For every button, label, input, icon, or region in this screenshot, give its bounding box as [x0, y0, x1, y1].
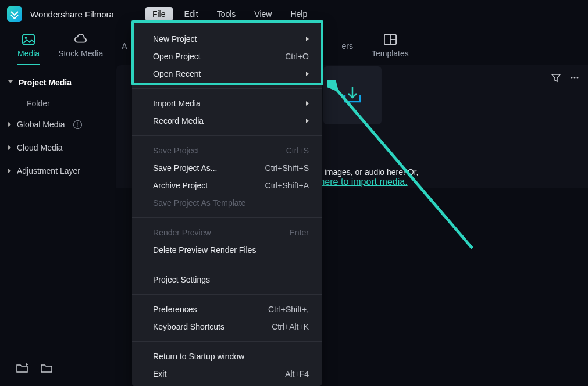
- chevron-right-icon: [8, 169, 11, 173]
- menu-open-recent[interactable]: Open Recent: [132, 65, 322, 83]
- shortcut-text: Ctrl+O: [285, 52, 309, 61]
- submenu-arrow-icon: [306, 37, 309, 41]
- menu-save-label: Save Project: [153, 146, 199, 155]
- tab-ers-label: ers: [342, 41, 353, 51]
- menu-archive-label: Archive Project: [153, 181, 208, 190]
- svg-point-8: [574, 77, 576, 79]
- chevron-right-icon: [8, 145, 11, 150]
- menu-edit[interactable]: Edit: [177, 7, 205, 21]
- shortcut-text: Ctrl+S: [286, 146, 309, 155]
- sidebar-adjustment-layer[interactable]: Adjustment Layer: [0, 159, 116, 183]
- tab-media-label: Media: [17, 49, 40, 58]
- separator: [132, 88, 322, 89]
- tab-stock-label: Stock Media: [58, 49, 103, 58]
- menu-return-label: Return to Startup window: [153, 352, 244, 361]
- sidebar-project-media[interactable]: Project Media: [0, 71, 116, 94]
- sidebar-folder-label: Folder: [27, 99, 50, 108]
- menu-import-label: Import Media: [153, 99, 201, 108]
- menu-new-project[interactable]: New Project: [132, 30, 322, 48]
- separator: [132, 265, 322, 265]
- sidebar-project-media-label: Project Media: [19, 78, 72, 87]
- menu-record-media[interactable]: Record Media: [132, 112, 322, 130]
- tab-partial-ers[interactable]: ers: [342, 41, 353, 58]
- menu-record-label: Record Media: [153, 116, 204, 126]
- shortcut-text: Ctrl+Shift+,: [268, 305, 309, 314]
- sidebar-global-label: Global Media: [17, 120, 65, 129]
- submenu-arrow-icon: [306, 101, 309, 106]
- menu-exit-label: Exit: [153, 369, 166, 378]
- menu-import-media[interactable]: Import Media: [132, 95, 322, 112]
- menu-save-as-template: Save Project As Template: [132, 194, 322, 212]
- menu-open-project-label: Open Project: [153, 52, 201, 61]
- menu-delete-render[interactable]: Delete Preview Render Files: [132, 241, 322, 259]
- download-icon: [338, 82, 365, 109]
- app-title: Wondershare Filmora: [30, 9, 114, 19]
- menu-new-project-label: New Project: [153, 34, 197, 44]
- menu-file[interactable]: File: [145, 7, 173, 21]
- menu-settings-label: Project Settings: [153, 275, 210, 284]
- submenu-arrow-icon: [306, 72, 309, 76]
- chevron-right-icon: [8, 122, 11, 127]
- menubar: File Edit Tools View Help: [145, 7, 314, 21]
- menu-open-project[interactable]: Open Project Ctrl+O: [132, 48, 322, 65]
- menu-render-preview: Render Preview Enter: [132, 224, 322, 241]
- menu-render-label: Render Preview: [153, 228, 211, 237]
- menu-save-project: Save Project Ctrl+S: [132, 142, 322, 159]
- tab-templates[interactable]: Templates: [372, 34, 409, 65]
- separator: [132, 135, 322, 136]
- media-icon: [22, 34, 35, 45]
- submenu-arrow-icon: [306, 119, 309, 123]
- menu-project-settings[interactable]: Project Settings: [132, 271, 322, 288]
- tab-templates-label: Templates: [372, 49, 409, 58]
- shortcut-text: Alt+F4: [285, 369, 309, 378]
- tab-partial-label: A: [122, 41, 127, 51]
- separator: [132, 341, 322, 342]
- sidebar-cloud-label: Cloud Media: [17, 143, 63, 152]
- menu-return-startup[interactable]: Return to Startup window: [132, 348, 322, 365]
- menu-view[interactable]: View: [247, 7, 279, 21]
- file-dropdown: New Project Open Project Ctrl+O Open Rec…: [132, 23, 322, 386]
- tab-partial-a[interactable]: A: [122, 41, 127, 58]
- bottom-toolbar: [16, 363, 52, 376]
- tab-stock-media[interactable]: Stock Media: [58, 34, 103, 65]
- sidebar-adjust-label: Adjustment Layer: [17, 166, 80, 176]
- sidebar-global-media[interactable]: Global Media !: [0, 113, 116, 136]
- svg-point-7: [571, 77, 573, 79]
- menu-template-label: Save Project As Template: [153, 198, 245, 208]
- new-folder-plus-icon[interactable]: [16, 363, 28, 376]
- menu-open-recent-label: Open Recent: [153, 69, 201, 78]
- menu-preferences[interactable]: Preferences Ctrl+Shift+,: [132, 301, 322, 318]
- svg-point-9: [577, 77, 579, 79]
- separator: [132, 294, 322, 295]
- sidebar: Project Media Folder Global Media ! Clou…: [0, 65, 116, 188]
- templates-icon: [384, 34, 397, 45]
- sidebar-cloud-media[interactable]: Cloud Media: [0, 136, 116, 159]
- menu-exit[interactable]: Exit Alt+F4: [132, 365, 322, 383]
- filter-icon[interactable]: [551, 73, 561, 85]
- menu-shortcuts-label: Keyboard Shortcuts: [153, 322, 224, 331]
- menu-pref-label: Preferences: [153, 305, 197, 314]
- info-icon: !: [73, 120, 82, 129]
- folder-icon[interactable]: [41, 363, 52, 376]
- shortcut-text: Enter: [290, 228, 309, 237]
- app-logo: [7, 6, 22, 22]
- sidebar-folder[interactable]: Folder: [0, 94, 116, 113]
- menu-save-project-as[interactable]: Save Project As... Ctrl+Shift+S: [132, 159, 322, 177]
- menu-keyboard-shortcuts[interactable]: Keyboard Shortcuts Ctrl+Alt+K: [132, 318, 322, 335]
- menu-archive-project[interactable]: Archive Project Ctrl+Shift+A: [132, 177, 322, 194]
- svg-point-1: [25, 37, 27, 39]
- shortcut-text: Ctrl+Shift+A: [265, 181, 309, 190]
- menu-delete-render-label: Delete Preview Render Files: [153, 245, 256, 255]
- menu-help[interactable]: Help: [283, 7, 314, 21]
- more-icon[interactable]: [569, 73, 580, 85]
- shortcut-text: Ctrl+Alt+K: [272, 322, 309, 331]
- chevron-down-icon: [8, 80, 13, 85]
- menu-save-as-label: Save Project As...: [153, 163, 218, 173]
- menu-tools[interactable]: Tools: [210, 7, 243, 21]
- cloud-icon: [74, 34, 87, 45]
- tab-media[interactable]: Media: [17, 34, 40, 65]
- shortcut-text: Ctrl+Shift+S: [265, 163, 309, 173]
- import-tile[interactable]: [323, 66, 381, 124]
- separator: [132, 217, 322, 218]
